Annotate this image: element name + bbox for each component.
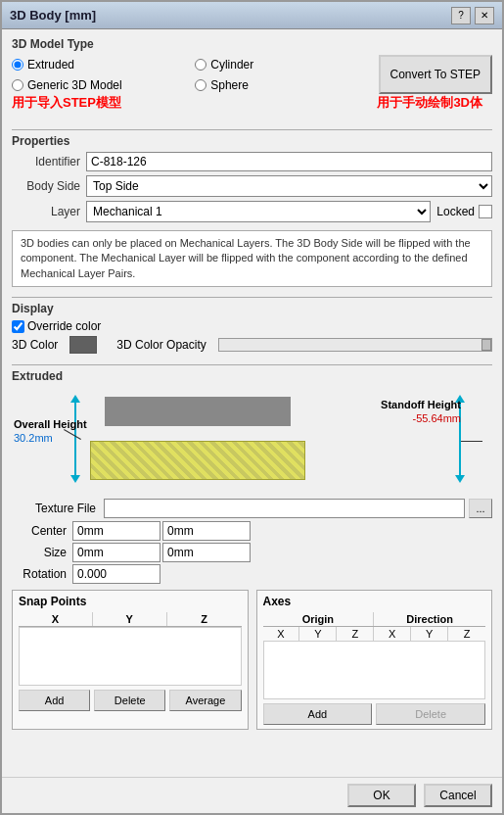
locked-row: Locked [436,205,492,218]
layer-row: Layer Mechanical 1 Mechanical 2 Locked [12,201,492,222]
separator3 [12,364,492,365]
axes-col-dz: Z [448,627,485,641]
arrow-up-head [70,395,80,403]
axes-col-dy: Y [411,627,448,641]
cylinder-radio[interactable] [195,59,206,71]
annotation-import: 用于导入STEP模型 [12,94,121,112]
snap-table-body [19,627,242,686]
cylinder-radio-item[interactable]: Cylinder [195,58,370,72]
browse-button[interactable]: ... [469,499,492,518]
sphere-label: Sphere [210,78,249,92]
layer-select[interactable]: Mechanical 1 Mechanical 2 [86,201,431,222]
extruded-section: Extruded [12,369,492,586]
annotations-area: 用于导入STEP模型 用于手动绘制3D体 [12,94,492,121]
title-bar: 3D Body [mm] ? ✕ [2,2,502,29]
opacity-label: 3D Color Opacity [116,338,206,352]
axes-panel: Axes Origin Direction X Y Z X Y Z Add De… [256,590,493,730]
size-x-input[interactable] [72,543,160,562]
center-label: Center [12,524,70,538]
bottom-panels: Snap Points X Y Z Add Delete Average Axe… [12,590,492,730]
info-box: 3D bodies can only be placed on Mechanic… [12,230,492,287]
cylinder-label: Cylinder [210,58,253,72]
axes-direction-header: Direction [374,612,485,626]
axes-col-ox: X [263,627,300,641]
generic-label: Generic 3D Model [27,78,122,92]
size-y-input[interactable] [162,543,251,562]
override-color-checkbox[interactable] [12,320,24,333]
color-label: 3D Color [12,338,58,352]
extruded-radio-item[interactable]: Extruded [12,58,187,72]
texture-file-input[interactable] [104,499,465,518]
rotation-input[interactable] [72,564,160,584]
snap-delete-button[interactable]: Delete [94,690,165,711]
body-side-label: Body Side [12,179,80,193]
locked-checkbox[interactable] [479,205,492,218]
close-button[interactable]: ✕ [475,7,494,24]
snap-panel-buttons: Add Delete Average [19,690,242,711]
axes-origin-header: Origin [263,612,375,626]
ok-button[interactable]: OK [347,784,416,807]
axes-table-body [263,641,486,699]
snap-add-button[interactable]: Add [19,690,90,711]
bottom-bar: OK Cancel [2,777,502,813]
opacity-slider[interactable] [218,338,492,352]
main-window: 3D Body [mm] ? ✕ 3D Model Type Extruded … [0,0,504,815]
bottom-shape [90,441,305,480]
extruded-label: Extruded [27,58,74,72]
snap-col-y: Y [93,612,167,626]
extrude-diagram: Overall Height 30.2mm Standoff Height -5… [12,387,492,495]
axes-panel-buttons: Add Delete [263,703,486,725]
overall-height-label: Overall Height [14,418,87,430]
override-color-checkbox-item[interactable]: Override color [12,319,101,333]
sphere-radio[interactable] [195,79,206,91]
color-swatch[interactable] [69,336,97,354]
size-label: Size [12,546,70,559]
window-title: 3D Body [mm] [10,8,96,23]
properties-section: Properties Identifier Body Side Top Side… [12,134,492,226]
overall-height-value: 30.2mm [14,432,53,444]
identifier-input[interactable] [86,152,492,171]
axes-header-row: Origin Direction [263,612,486,627]
snap-average-button[interactable]: Average [169,690,241,711]
rotation-label: Rotation [12,567,70,581]
axes-add-button[interactable]: Add [263,703,373,725]
size-row: Size [12,543,492,562]
body-side-select[interactable]: Top Side Bottom Side [86,175,492,197]
axes-col-dx: X [374,627,411,641]
separator1 [12,129,492,130]
model-type-section: 3D Model Type Extruded Cylinder Convert … [12,37,492,121]
axes-label: Axes [263,595,486,608]
snap-col-z: Z [167,612,242,626]
extruded-label: Extruded [12,369,492,383]
axes-sub-row: X Y Z X Y Z [263,627,486,641]
standoff-height-value: -55.64mm [412,412,461,424]
help-button[interactable]: ? [451,7,471,24]
snap-points-label: Snap Points [19,595,242,608]
standoff-height-label: Standoff Height [381,399,461,410]
texture-file-label: Texture File [12,502,100,515]
identifier-row: Identifier [12,152,492,171]
main-content: 3D Model Type Extruded Cylinder Convert … [2,29,502,777]
model-type-label: 3D Model Type [12,37,492,51]
extruded-radio[interactable] [12,59,23,71]
rotation-row: Rotation [12,564,492,584]
layer-label: Layer [12,205,80,218]
generic-radio[interactable] [12,79,23,91]
convert-to-step-button[interactable]: Convert To STEP [379,55,492,94]
snap-points-panel: Snap Points X Y Z Add Delete Average [12,590,249,730]
arrow-v-line [74,403,76,475]
snap-col-x: X [19,612,93,626]
center-y-input[interactable] [162,521,251,541]
annotation-draw: 用于手动绘制3D体 [377,94,482,112]
axes-delete-button: Delete [376,703,485,725]
locked-label: Locked [436,205,475,218]
sphere-radio-item[interactable]: Sphere [195,78,370,92]
top-shape [105,397,291,426]
center-x-input[interactable] [72,521,160,541]
horiz-line-right [461,441,482,442]
generic-radio-item[interactable]: Generic 3D Model [12,78,187,92]
cancel-button[interactable]: Cancel [424,784,492,807]
body-side-row: Body Side Top Side Bottom Side [12,175,492,197]
properties-label: Properties [12,134,492,148]
axes-col-oy: Y [299,627,337,641]
